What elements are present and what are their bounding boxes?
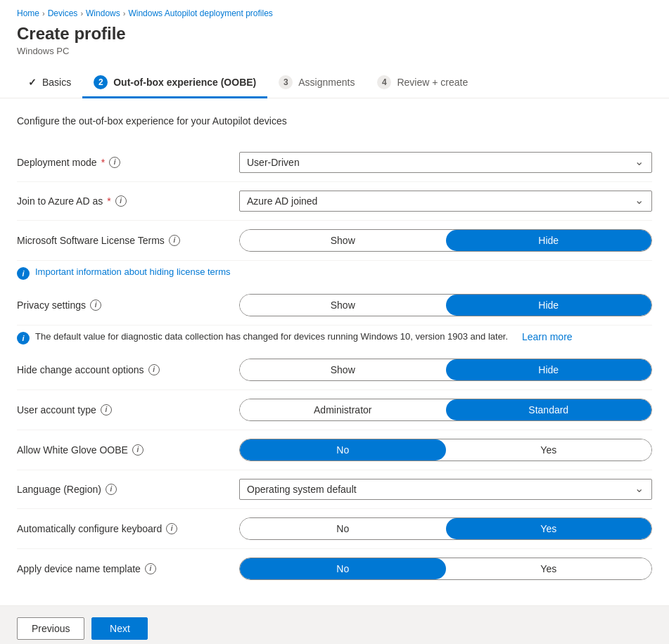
form-row-white-glove: Allow White Glove OOBE i No Yes (17, 430, 652, 470)
toggle-license-hide[interactable]: Hide (446, 230, 652, 251)
breadcrumb-autopilot[interactable]: Windows Autopilot deployment profiles (128, 8, 272, 18)
select-language[interactable]: Operating system default (239, 479, 652, 500)
info-circle-icon-license: i (17, 267, 30, 280)
info-icon-deployment[interactable]: i (109, 157, 120, 168)
info-icon-device-name[interactable]: i (145, 563, 156, 574)
toggle-device-name: No Yes (239, 558, 652, 580)
info-icon-license[interactable]: i (169, 235, 180, 246)
select-wrapper-join: Azure AD joined (239, 191, 652, 212)
toggle-license-terms: Show Hide (239, 229, 652, 252)
toggle-account-show[interactable]: Show (240, 359, 446, 380)
toggle-hide-account: Show Hide (239, 359, 652, 381)
toggle-white-glove-no[interactable]: No (240, 439, 446, 461)
toggle-white-glove: No Yes (239, 439, 652, 461)
toggle-keyboard-no[interactable]: No (240, 518, 446, 539)
form-row-join-azure: Join to Azure AD as * i Azure AD joined (17, 182, 652, 221)
label-auto-keyboard: Automatically configure keyboard i (17, 523, 228, 534)
control-license-terms: Show Hide (239, 229, 652, 252)
info-icon-auto-keyboard[interactable]: i (166, 523, 177, 534)
form-row-device-name-template: Apply device name template i No Yes (17, 549, 652, 588)
toggle-privacy-show[interactable]: Show (240, 295, 446, 316)
next-button[interactable]: Next (91, 617, 148, 640)
select-join-azure[interactable]: Azure AD joined (239, 191, 652, 212)
tab-assignments-label: Assignments (298, 77, 355, 88)
info-icon-language[interactable]: i (106, 484, 117, 495)
privacy-learn-more-link[interactable]: Learn more (522, 331, 573, 342)
privacy-info-banner: i The default value for diagnostic data … (17, 326, 652, 350)
label-hide-change-account: Hide change account options i (17, 364, 228, 375)
toggle-account-administrator[interactable]: Administrator (240, 399, 446, 420)
page-subtitle: Windows PC (17, 46, 652, 56)
breadcrumb-devices[interactable]: Devices (48, 8, 78, 18)
control-white-glove: No Yes (239, 439, 652, 461)
info-icon-white-glove[interactable]: i (132, 444, 144, 456)
toggle-account-standard[interactable]: Standard (446, 399, 652, 420)
breadcrumb-windows[interactable]: Windows (86, 8, 120, 18)
toggle-white-glove-yes[interactable]: Yes (446, 439, 652, 461)
tab-assignments-badge: 3 (279, 75, 293, 89)
form-row-privacy: Privacy settings i Show Hide (17, 285, 652, 326)
tab-oobe-badge: 2 (94, 75, 108, 89)
privacy-info-text: The default value for diagnostic data co… (35, 331, 508, 342)
select-wrapper-deployment: User-Driven (239, 152, 652, 173)
control-device-name-template: No Yes (239, 558, 652, 580)
previous-button[interactable]: Previous (17, 617, 84, 640)
label-language: Language (Region) i (17, 484, 228, 495)
license-info-link[interactable]: Important information about hiding licen… (35, 266, 230, 277)
info-icon-privacy[interactable]: i (90, 300, 101, 311)
control-language: Operating system default (239, 479, 652, 500)
content-area: Configure the out-of-box experience for … (0, 98, 669, 588)
label-privacy: Privacy settings i (17, 300, 228, 311)
toggle-device-name-yes[interactable]: Yes (446, 558, 652, 579)
tab-review-label: Review + create (397, 77, 468, 88)
tab-assignments[interactable]: 3 Assignments (267, 68, 366, 98)
select-deployment-mode[interactable]: User-Driven (239, 152, 652, 173)
label-license-terms: Microsoft Software License Terms i (17, 235, 228, 246)
page-wrapper: Home › Devices › Windows › Windows Autop… (0, 0, 669, 644)
tab-oobe[interactable]: 2 Out-of-box experience (OOBE) (82, 68, 267, 98)
toggle-account-hide[interactable]: Hide (446, 359, 652, 380)
form-row-deployment-mode: Deployment mode * i User-Driven (17, 143, 652, 182)
control-deployment-mode: User-Driven (239, 152, 652, 173)
form-row-user-account-type: User account type i Administrator Standa… (17, 390, 652, 430)
info-icon-user-account[interactable]: i (101, 404, 112, 416)
breadcrumb: Home › Devices › Windows › Windows Autop… (0, 0, 669, 21)
form-row-license-terms: Microsoft Software License Terms i Show … (17, 221, 652, 261)
page-title: Create profile (17, 24, 652, 44)
form-row-hide-change-account: Hide change account options i Show Hide (17, 350, 652, 390)
license-info-banner: i Important information about hiding lic… (17, 261, 652, 285)
tab-basics-label: Basics (42, 77, 71, 88)
toggle-device-name-no[interactable]: No (240, 558, 446, 579)
toggle-privacy-hide[interactable]: Hide (446, 295, 652, 316)
form-row-language: Language (Region) i Operating system def… (17, 470, 652, 509)
info-circle-icon-privacy: i (17, 332, 30, 344)
label-device-name-template: Apply device name template i (17, 563, 228, 574)
tab-oobe-label: Out-of-box experience (OOBE) (113, 77, 256, 88)
toggle-license-show[interactable]: Show (240, 230, 446, 251)
label-user-account-type: User account type i (17, 404, 228, 416)
info-icon-join[interactable]: i (115, 195, 127, 207)
toggle-privacy: Show Hide (239, 294, 652, 316)
toggle-keyboard-yes[interactable]: Yes (446, 518, 652, 539)
page-header: Create profile Windows PC (0, 21, 669, 67)
label-join-azure: Join to Azure AD as * i (17, 195, 228, 207)
control-auto-keyboard: No Yes (239, 517, 652, 540)
section-description: Configure the out-of-box experience for … (17, 115, 652, 127)
breadcrumb-home[interactable]: Home (17, 8, 39, 18)
form-row-auto-keyboard: Automatically configure keyboard i No Ye… (17, 509, 652, 549)
tab-basics[interactable]: ✓ Basics (17, 70, 82, 97)
tab-review[interactable]: 4 Review + create (366, 68, 479, 98)
control-user-account-type: Administrator Standard (239, 399, 652, 421)
footer: Previous Next (0, 605, 669, 644)
tab-check-icon: ✓ (28, 77, 37, 88)
toggle-auto-keyboard: No Yes (239, 517, 652, 540)
tab-bar: ✓ Basics 2 Out-of-box experience (OOBE) … (0, 67, 669, 98)
control-join-azure: Azure AD joined (239, 191, 652, 212)
select-wrapper-language: Operating system default (239, 479, 652, 500)
required-star-deployment: * (101, 157, 105, 168)
label-white-glove: Allow White Glove OOBE i (17, 444, 228, 456)
control-privacy: Show Hide (239, 294, 652, 316)
required-star-join: * (107, 195, 110, 207)
info-icon-hide-account[interactable]: i (148, 364, 160, 375)
label-deployment-mode: Deployment mode * i (17, 157, 228, 168)
